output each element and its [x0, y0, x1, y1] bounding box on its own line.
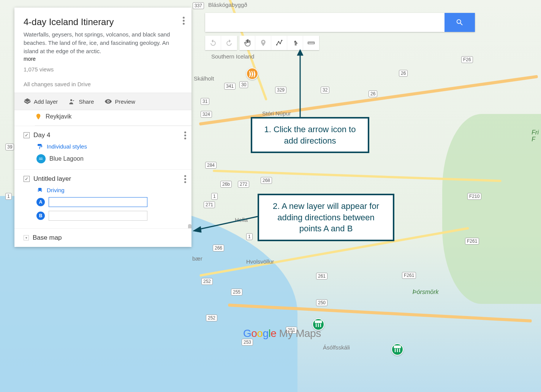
- hand-icon: [244, 39, 251, 47]
- share-button[interactable]: Share: [68, 98, 94, 105]
- lagoon-icon: [36, 154, 46, 163]
- scrollbar-thumb[interactable]: [188, 224, 191, 228]
- svg-rect-4: [308, 42, 315, 44]
- svg-point-1: [278, 41, 279, 42]
- side-panel: 4-day Iceland Itinerary Waterfalls, geys…: [14, 8, 191, 247]
- route-badge: 31: [201, 98, 209, 105]
- marker-icon: [259, 39, 267, 47]
- svg-point-2: [279, 43, 280, 44]
- town-label: Skálholt: [194, 75, 214, 82]
- route-badge: 271: [204, 201, 215, 208]
- town-label: Stóri Núpur: [262, 110, 291, 117]
- undo-button[interactable]: [205, 36, 221, 50]
- layer-title[interactable]: Untitled layer: [33, 175, 71, 183]
- route-badge: 337: [193, 2, 204, 9]
- save-status: All changes saved in Drive: [24, 81, 182, 87]
- layer-menu-button[interactable]: [184, 175, 186, 183]
- point-a-badge: A: [36, 198, 45, 206]
- town-label: Bláskógabyggð: [208, 2, 247, 8]
- layer-visibility-checkbox[interactable]: [24, 132, 30, 138]
- route-badge: 26: [399, 70, 408, 77]
- layer-day4: Day 4 Individual styles Blue Lagoon: [14, 126, 191, 169]
- ruler-icon: [307, 39, 315, 47]
- map-description: Waterfalls, geysers, hot springs, volcan…: [24, 30, 182, 55]
- undo-icon: [209, 39, 217, 47]
- google-my-maps-watermark: Google My Maps: [243, 327, 321, 340]
- direction-point-a: A: [36, 197, 182, 207]
- route-badge: 252: [201, 278, 213, 285]
- route-badge: 255: [231, 289, 242, 296]
- layer-title[interactable]: Day 4: [33, 131, 50, 139]
- park-label: Þórsmörk: [413, 289, 438, 296]
- list-item[interactable]: Reykjavik: [35, 110, 191, 126]
- polyline-icon: [275, 39, 283, 47]
- layer-style-button[interactable]: Individual styles: [36, 143, 182, 150]
- town-label: Ásólfsskáli: [323, 344, 350, 351]
- poi-marker-waterfall[interactable]: [391, 343, 403, 356]
- annotation-arrow: [193, 213, 258, 236]
- svg-marker-7: [297, 49, 303, 55]
- layer-menu-button[interactable]: [184, 131, 186, 139]
- more-link[interactable]: more: [24, 56, 36, 62]
- directions-mode-button[interactable]: Driving: [36, 187, 182, 193]
- svg-line-8: [198, 217, 258, 229]
- route-badge: 26b: [220, 181, 232, 188]
- layer-visibility-checkbox[interactable]: [24, 176, 30, 182]
- route-badge: 324: [201, 111, 212, 118]
- waterfall-icon: [392, 344, 403, 355]
- route-badge: 253: [242, 339, 253, 346]
- route-badge: F26: [461, 56, 473, 63]
- point-a-input[interactable]: [49, 197, 147, 207]
- preview-button[interactable]: Preview: [104, 98, 135, 105]
- redo-icon: [225, 39, 233, 47]
- route-badge: 329: [275, 87, 286, 93]
- add-marker-button[interactable]: [255, 36, 271, 50]
- route-badge: 261: [316, 273, 327, 280]
- route-badge: 284: [205, 162, 217, 169]
- route-badge: 32: [321, 87, 329, 93]
- route-badge: F261: [402, 272, 416, 279]
- search-input[interactable]: [205, 13, 445, 32]
- route-badge: 39: [5, 144, 14, 150]
- item-label: Blue Lagoon: [49, 155, 84, 162]
- draw-line-button[interactable]: [271, 36, 287, 50]
- pan-button[interactable]: [239, 36, 255, 50]
- eye-icon: [104, 98, 112, 105]
- annotation-step2: 2. A new layer will appear for adding di…: [258, 194, 394, 241]
- annotation-arrow: [293, 49, 308, 118]
- route-badge: 272: [238, 181, 249, 188]
- share-label: Share: [79, 98, 94, 105]
- point-b-input[interactable]: [49, 211, 147, 221]
- poi-marker-hotspring[interactable]: [246, 68, 258, 80]
- list-item[interactable]: Blue Lagoon: [36, 154, 182, 163]
- route-badge: 26: [369, 90, 377, 97]
- route-badge: F261: [465, 238, 479, 245]
- layer-list[interactable]: Reykjavik Day 4 Individual styles Blue L…: [14, 110, 191, 228]
- layer-directions: Untitled layer Driving A B: [14, 169, 191, 228]
- svg-point-0: [276, 44, 277, 45]
- style-label: Individual styles: [47, 143, 87, 150]
- marker-icon: [35, 113, 42, 120]
- mode-label: Driving: [47, 187, 65, 193]
- action-bar: Add layer Share Preview: [14, 93, 191, 110]
- redo-button[interactable]: [221, 36, 237, 50]
- route-badge: 252: [206, 315, 217, 321]
- svg-marker-9: [193, 226, 201, 232]
- map-viewport[interactable]: Bláskógabyggð Southern Iceland Skálholt …: [0, 0, 541, 392]
- kebab-icon: [184, 131, 186, 139]
- point-b-badge: B: [36, 212, 45, 220]
- map-title[interactable]: 4-day Iceland Itinerary: [24, 17, 182, 27]
- search-button[interactable]: [445, 13, 475, 32]
- add-directions-button[interactable]: [287, 36, 303, 50]
- basemap-toggle[interactable]: ▾ Base map: [14, 228, 191, 247]
- car-icon: [36, 187, 43, 193]
- town-label: Hvolsvöllur: [246, 258, 274, 265]
- search-icon: [456, 18, 464, 27]
- add-layer-button[interactable]: Add layer: [24, 98, 58, 105]
- direction-point-b: B: [36, 211, 182, 221]
- measure-button[interactable]: [303, 36, 319, 50]
- view-count: 1,075 views: [24, 66, 182, 73]
- kebab-icon: [184, 175, 186, 183]
- panel-menu-button[interactable]: [183, 17, 185, 25]
- route-badge: 266: [213, 245, 224, 251]
